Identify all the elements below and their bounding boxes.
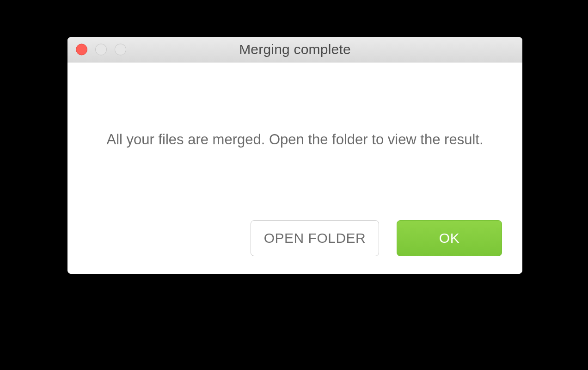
minimize-icon (95, 44, 107, 56)
open-folder-button[interactable]: OPEN FOLDER (251, 220, 379, 256)
ok-button[interactable]: OK (397, 220, 502, 256)
dialog-content: All your files are merged. Open the fold… (67, 62, 522, 274)
button-row: OPEN FOLDER OK (86, 220, 504, 256)
close-icon[interactable] (76, 44, 87, 56)
maximize-icon (115, 44, 126, 56)
titlebar: Merging complete (67, 37, 522, 62)
dialog-window: Merging complete All your files are merg… (67, 37, 522, 274)
window-title: Merging complete (239, 42, 351, 57)
message-area: All your files are merged. Open the fold… (86, 62, 504, 220)
dialog-message: All your files are merged. Open the fold… (106, 130, 483, 149)
window-controls (76, 44, 126, 56)
